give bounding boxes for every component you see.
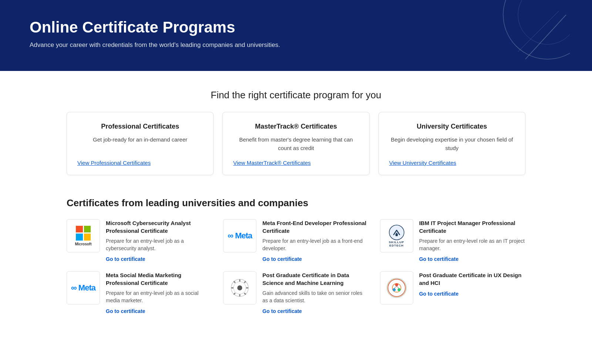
iit-logo-icon	[387, 278, 407, 298]
microsoft-label: Microsoft	[75, 242, 92, 246]
microsoft-logo-icon	[76, 226, 91, 241]
microsoft-logo-box: Microsoft	[67, 219, 100, 252]
list-item: Post Graduate Certificate in Data Scienc…	[223, 271, 369, 314]
list-item: ∞ Meta Meta Front-End Developer Professi…	[223, 219, 369, 262]
list-item: SKILLUPEDTECH IBM IT Project Manager Pro…	[380, 219, 525, 262]
svg-point-18	[393, 288, 396, 291]
skillup-logo-box: SKILLUPEDTECH	[380, 219, 413, 252]
gear-logo-icon	[231, 279, 249, 297]
cert-info-5: Post Graduate Certificate in Data Scienc…	[262, 271, 369, 314]
cert-name-5: Post Graduate Certificate in Data Scienc…	[262, 271, 369, 287]
cert-link-5[interactable]: Go to certificate	[262, 308, 302, 314]
leading-section-title: Certificates from leading universities a…	[67, 197, 525, 209]
view-professional-link[interactable]: View Professional Certificates	[77, 160, 151, 166]
cert-info-4: Meta Social Media Marketing Professional…	[106, 271, 212, 314]
university-cert-desc: Begin developing expertise in your chose…	[389, 136, 515, 152]
mastertrack-cert-card: MasterTrack® Certificates Benefit from m…	[222, 112, 369, 175]
svg-point-15	[388, 279, 405, 297]
mastertrack-cert-desc: Benefit from master's degree learning th…	[233, 136, 359, 152]
list-item: ∞ Meta Meta Social Media Marketing Profe…	[67, 271, 212, 314]
find-section: Find the right certificate program for y…	[67, 89, 525, 175]
find-title: Find the right certificate program for y…	[67, 89, 525, 101]
professional-cert-card: Professional Certificates Get job-ready …	[67, 112, 213, 175]
cert-name-2: Meta Front-End Developer Professional Ce…	[262, 219, 369, 235]
svg-rect-10	[246, 288, 249, 289]
view-university-link[interactable]: View University Certificates	[389, 160, 456, 166]
cert-info-1: Microsoft Cybersecurity Analyst Professi…	[106, 219, 212, 262]
professional-cert-desc: Get job-ready for an in-demand career	[77, 136, 203, 152]
cert-name-6: Post Graduate Certificate in UX Design a…	[419, 271, 525, 287]
university-cert-title: University Certificates	[389, 123, 515, 130]
cert-grid: Microsoft Microsoft Cybersecurity Analys…	[67, 219, 525, 314]
cert-link-2[interactable]: Go to certificate	[262, 256, 302, 262]
hero-section: Online Certificate Programs Advance your…	[0, 0, 592, 71]
cert-info-3: IBM IT Project Manager Professional Cert…	[419, 219, 525, 262]
svg-point-19	[397, 288, 400, 291]
meta2-logo-icon: ∞ Meta	[71, 283, 95, 293]
svg-rect-7	[239, 279, 240, 282]
cert-name-3: IBM IT Project Manager Professional Cert…	[419, 219, 525, 235]
professional-cert-title: Professional Certificates	[77, 123, 203, 130]
svg-rect-3	[396, 235, 398, 236]
svg-rect-9	[231, 288, 234, 289]
view-mastertrack-link[interactable]: View MasterTrack® Certificates	[233, 160, 310, 166]
university-cert-card: University Certificates Begin developing…	[379, 112, 525, 175]
hero-title: Online Certificate Programs	[30, 18, 562, 36]
cert-name-1: Microsoft Cybersecurity Analyst Professi…	[106, 219, 212, 235]
cert-link-3[interactable]: Go to certificate	[419, 256, 459, 262]
gear-logo-box	[223, 271, 256, 305]
main-content: Find the right certificate program for y…	[37, 71, 555, 329]
list-item: Microsoft Microsoft Cybersecurity Analys…	[67, 219, 212, 262]
meta-logo-box: ∞ Meta	[223, 219, 256, 252]
skillup-logo-icon: SKILLUPEDTECH	[388, 224, 405, 247]
mastertrack-cert-title: MasterTrack® Certificates	[233, 123, 359, 130]
iit-logo-box	[380, 271, 413, 305]
svg-rect-8	[239, 294, 240, 297]
cert-name-4: Meta Social Media Marketing Professional…	[106, 271, 212, 287]
cert-info-2: Meta Front-End Developer Professional Ce…	[262, 219, 369, 262]
svg-point-6	[238, 286, 242, 290]
cert-info-6: Post Graduate Certificate in UX Design a…	[419, 271, 525, 297]
leading-section: Certificates from leading universities a…	[67, 197, 525, 314]
cert-desc-2: Prepare for an entry-level job as a fron…	[262, 238, 369, 252]
cert-desc-5: Gain advanced skills to take on senior r…	[262, 290, 369, 304]
cert-link-1[interactable]: Go to certificate	[106, 256, 145, 262]
meta-logo-icon: ∞ Meta	[228, 231, 252, 241]
svg-point-17	[395, 283, 398, 286]
list-item: Post Graduate Certificate in UX Design a…	[380, 271, 525, 314]
cert-desc-4: Prepare for an entry-level job as a soci…	[106, 290, 212, 304]
hero-subtitle: Advance your career with credentials fro…	[30, 41, 562, 49]
cert-cards-row: Professional Certificates Get job-ready …	[67, 112, 525, 175]
cert-desc-1: Prepare for an entry-level job as a cybe…	[106, 238, 212, 252]
meta2-logo-box: ∞ Meta	[67, 271, 100, 305]
cert-link-6[interactable]: Go to certificate	[419, 291, 459, 297]
cert-desc-3: Prepare for an entry-level role as an IT…	[419, 238, 525, 252]
cert-link-4[interactable]: Go to certificate	[106, 308, 145, 314]
